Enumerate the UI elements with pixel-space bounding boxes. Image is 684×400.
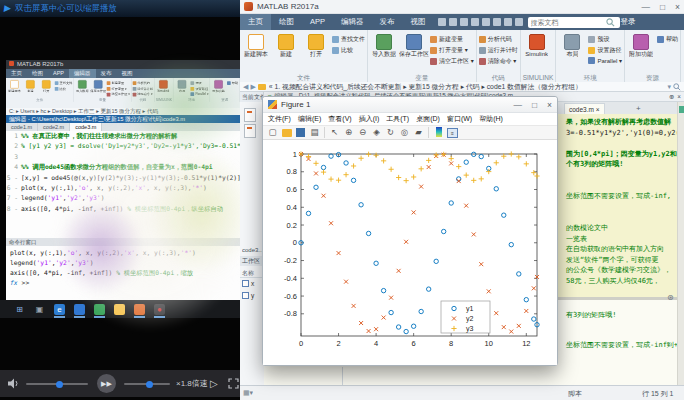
close-button[interactable]: ×	[675, 2, 680, 12]
cut-icon[interactable]	[449, 18, 457, 26]
forward-icon[interactable]: ▶	[250, 83, 255, 91]
figure-menu-0[interactable]: 文件(F)	[268, 114, 291, 124]
ribbon-small-item-2-1[interactable]: 运行并计时	[133, 86, 154, 91]
recorder-icon[interactable]: ●	[154, 304, 165, 315]
address-bar[interactable]: ◀ ▶ « 1. 视频配合讲义和代码_后续还会不断更新 ▸ 更新15 微分方程 …	[240, 82, 684, 92]
ribbon-tab-4[interactable]: 发布	[372, 14, 403, 30]
file-icon[interactable]	[244, 124, 256, 138]
ribbon-item-0-0[interactable]: 新建脚本	[7, 79, 22, 97]
ribbon-item-1-0[interactable]: 导入数据	[370, 32, 398, 73]
speed-slider[interactable]	[124, 383, 170, 385]
ribbon-small-item-2-0[interactable]: 分析代码	[479, 35, 518, 44]
save-icon[interactable]	[438, 18, 446, 26]
ribbon-item-3-0[interactable]: Simulink	[523, 32, 551, 73]
ribbon-item-5-0[interactable]: 附加功能	[211, 79, 226, 97]
ribbon-item-0-2[interactable]: 打开	[302, 32, 330, 73]
ribbon-small-item-1-1[interactable]: 打开变量 ▾	[107, 86, 130, 91]
help-icon[interactable]	[515, 18, 523, 26]
login-link[interactable]: 登录	[621, 17, 636, 27]
inner-editor-tab-0[interactable]: code1.m	[6, 123, 38, 131]
save-figure-icon[interactable]	[295, 127, 306, 138]
ribbon-small-item-5-0[interactable]: 帮助	[657, 35, 678, 44]
workspace-variable-y[interactable]: y	[242, 292, 254, 299]
ribbon-item-0-2[interactable]: 打开	[39, 79, 54, 97]
plot-axes[interactable]: 02468101210.80.60.40.20-0.2-0.4-0.6-0.8y…	[263, 140, 557, 365]
ribbon-small-item-4-1[interactable]: 设置路径	[191, 86, 209, 91]
ribbon-item-1-1[interactable]: 保存工作区	[400, 32, 428, 73]
figure-minimize-button[interactable]: —	[513, 100, 522, 110]
copy-icon[interactable]	[460, 18, 468, 26]
ribbon-item-0-0[interactable]: 新建脚本	[242, 32, 270, 73]
redo-icon[interactable]	[493, 18, 501, 26]
ribbon-small-item-0-0[interactable]: 查找文件	[55, 81, 72, 86]
insert-colorbar-icon[interactable]	[433, 127, 444, 138]
ribbon-small-item-2-1[interactable]: 运行并计时	[479, 46, 518, 55]
command-prompt[interactable]: fx>>	[10, 278, 240, 288]
brush-icon[interactable]: ▰	[413, 127, 424, 138]
ribbon-item-3-0[interactable]: Simulink	[156, 79, 171, 97]
editor-close-icon[interactable]: ×	[677, 93, 681, 100]
ribbon-small-item-5-0[interactable]: 帮助	[227, 81, 238, 86]
zoom-in-icon[interactable]: ⊕	[343, 127, 354, 138]
fast-forward-button[interactable]: ▶▶	[97, 374, 116, 393]
address-dropdown-icon[interactable]: ▾	[667, 83, 671, 91]
next-play-icon[interactable]: ▷	[210, 377, 218, 390]
inner-ribbon-tab-0[interactable]: 主页	[6, 69, 27, 78]
volume-icon[interactable]	[8, 378, 20, 389]
ribbon-item-1-0[interactable]: 导入数据	[75, 79, 90, 97]
folder-up-icon[interactable]	[258, 84, 266, 90]
store-icon[interactable]	[94, 304, 105, 315]
ribbon-item-0-1[interactable]: 新建	[272, 32, 300, 73]
editor-scrollbar[interactable]	[677, 102, 684, 385]
zoom-out-icon[interactable]: ⊖	[357, 127, 368, 138]
ribbon-small-item-4-0[interactable]: 预设	[588, 35, 622, 44]
folder-icon[interactable]	[114, 304, 125, 315]
speed-slider-thumb[interactable]	[146, 381, 153, 388]
browser-icon[interactable]: e	[54, 304, 65, 315]
ribbon-small-item-1-0[interactable]: 新建变量	[107, 81, 130, 86]
inner-ribbon-tab-2[interactable]: APP	[48, 69, 69, 78]
inner-ribbon-tab-1[interactable]: 绘图	[27, 69, 48, 78]
photos-icon[interactable]	[74, 304, 85, 315]
inner-ribbon-tab-5[interactable]: 视图	[117, 69, 138, 78]
file-icon[interactable]	[244, 108, 256, 122]
volume-slider[interactable]	[26, 383, 88, 385]
search-icon[interactable]	[606, 18, 615, 27]
address-path[interactable]: « 1. 视频配合讲义和代码_后续还会不断更新 ▸ 更新15 微分方程 ▸ 代码…	[269, 82, 668, 92]
figure-close-button[interactable]: ×	[547, 100, 552, 110]
ribbon-item-4-0[interactable]: 布局	[558, 32, 586, 73]
figure-menu-7[interactable]: 帮助(H)	[479, 114, 503, 124]
ribbon-small-item-1-2[interactable]: 清空工作区 ▾	[430, 57, 474, 66]
tab-close-icon[interactable]: ×	[596, 106, 600, 113]
figure-menu-2[interactable]: 查看(V)	[328, 114, 351, 124]
cursor-arrow-icon[interactable]: ↖	[329, 127, 340, 138]
inner-ribbon-tab-3[interactable]: 编辑器	[69, 69, 96, 78]
ribbon-item-1-1[interactable]: 保存工作区	[91, 79, 106, 97]
ribbon-small-item-0-1[interactable]: 比较	[55, 86, 72, 91]
legend[interactable]: y1y2y3	[441, 301, 490, 333]
volume-slider-thumb[interactable]	[56, 381, 63, 388]
rotate-3d-icon[interactable]: ↻	[385, 127, 396, 138]
ribbon-small-item-0-0[interactable]: 查找文件	[332, 35, 365, 44]
video-player[interactable]: ▶双击屏幕中心可以缩屏播放 MATLAB R2017b 主页绘图APP编辑器发布…	[0, 0, 240, 400]
figure-menu-4[interactable]: 工具(T)	[386, 114, 409, 124]
ribbon-small-item-2-2[interactable]: 清除命令 ▾	[479, 57, 518, 66]
undo-icon[interactable]	[482, 18, 490, 26]
ribbon-small-item-4-2[interactable]: Parallel ▾	[191, 92, 209, 96]
ribbon-small-item-1-0[interactable]: 新建变量	[430, 35, 474, 44]
back-icon[interactable]: ◀	[243, 83, 248, 91]
print-figure-icon[interactable]: ▤	[309, 127, 320, 138]
start-icon[interactable]: ⊞	[14, 304, 25, 315]
ribbon-tab-5[interactable]: 视图	[403, 14, 434, 30]
ribbon-item-5-0[interactable]: 附加功能	[627, 32, 655, 73]
ribbon-item-0-1[interactable]: 新建	[23, 79, 38, 97]
ribbon-tab-2[interactable]: APP	[302, 14, 333, 30]
pan-hand-icon[interactable]: ◈	[371, 127, 382, 138]
figure-menu-5[interactable]: 桌面(D)	[416, 114, 440, 124]
open-file-icon[interactable]	[281, 127, 292, 138]
figure-menu-6[interactable]: 窗口(W)	[447, 114, 472, 124]
ribbon-small-item-0-1[interactable]: 比较	[332, 46, 365, 55]
address-search-icon[interactable]	[673, 83, 681, 91]
maximize-button[interactable]: □	[660, 2, 665, 12]
workspace-variable-x[interactable]: x	[242, 280, 254, 287]
